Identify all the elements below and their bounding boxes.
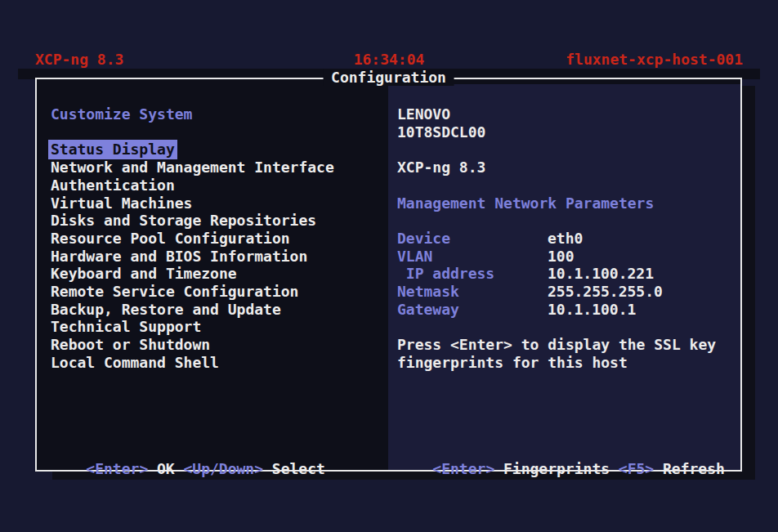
field-netmask-label: Netmask — [397, 283, 548, 301]
menu-item-network-and-management-interface[interactable]: Network and Management Interface — [51, 159, 334, 177]
dialog-title: Configuration — [323, 69, 454, 86]
key-enter-action: OK — [157, 460, 175, 478]
key-f5: <F5> — [619, 460, 654, 478]
info-key-hints: <Enter>Fingerprints<F5>Refresh — [397, 442, 725, 460]
field-netmask-value: 255.255.255.0 — [548, 283, 663, 300]
menu-key-hints: <Enter>OK<Up/Down>Select — [51, 442, 325, 460]
key-updown-action: Select — [272, 460, 325, 478]
menu-item-disks-and-storage-repositories[interactable]: Disks and Storage Repositories — [51, 212, 316, 230]
field-ip-address-value: 10.1.100.221 — [548, 265, 654, 282]
menu-item-backup-restore-and-update[interactable]: Backup, Restore and Update — [51, 301, 281, 319]
dialog-shadow-right — [740, 86, 755, 480]
menu-item-reboot-or-shutdown[interactable]: Reboot or Shutdown — [51, 336, 210, 354]
configuration-dialog: Configuration Customize System Status Di… — [35, 78, 742, 472]
field-vlan-value: 100 — [548, 248, 575, 265]
field-gateway: Gateway10.1.100.1 — [397, 301, 636, 319]
field-gateway-value: 10.1.100.1 — [548, 301, 636, 318]
key-updown: <Up/Down> — [184, 460, 264, 478]
header-hostname: fluxnet-xcp-host-001 — [566, 51, 743, 68]
menu-item-keyboard-and-timezone[interactable]: Keyboard and Timezone — [51, 265, 237, 283]
host-product-version: XCP-ng 8.3 — [397, 159, 485, 177]
host-model: 10T8SDCL00 — [397, 123, 485, 141]
key-f5-action: Refresh — [663, 460, 725, 478]
key-enter: <Enter> — [86, 460, 148, 478]
menu-item-technical-support[interactable]: Technical Support — [51, 318, 201, 336]
field-vlan-label: VLAN — [397, 248, 548, 266]
field-netmask: Netmask255.255.255.0 — [397, 283, 663, 301]
menu-item-local-command-shell[interactable]: Local Command Shell — [51, 354, 219, 372]
menu-item-virtual-machines[interactable]: Virtual Machines — [51, 194, 192, 212]
key-enter-fingerprints: <Enter> — [432, 460, 494, 478]
menu-item-hardware-and-bios-information[interactable]: Hardware and BIOS Information — [51, 248, 307, 266]
menu-item-resource-pool-configuration[interactable]: Resource Pool Configuration — [51, 230, 290, 248]
field-ip-address-label: IP address — [397, 265, 548, 283]
menu-item-authentication[interactable]: Authentication — [51, 177, 175, 194]
field-gateway-label: Gateway — [397, 301, 548, 319]
menu-heading: Customize System — [51, 105, 192, 123]
menu-item-status-display[interactable]: Status Display — [51, 141, 177, 159]
key-enter-fingerprints-action: Fingerprints — [503, 460, 610, 478]
ssl-note-line1: Press <Enter> to display the SSL key — [397, 336, 716, 354]
host-vendor: LENOVO — [397, 105, 450, 123]
field-device-value: eth0 — [548, 230, 583, 247]
field-vlan: VLAN100 — [397, 248, 575, 266]
field-device-label: Device — [397, 230, 548, 248]
menu-item-remote-service-configuration[interactable]: Remote Service Configuration — [51, 283, 298, 301]
selected-menu-item[interactable]: Status Display — [48, 140, 177, 159]
network-section-heading: Management Network Parameters — [397, 194, 654, 212]
console-screen: { "colors": { "background": "#171931", "… — [0, 0, 778, 532]
ssl-note-line2: fingerprints for this host — [397, 354, 628, 372]
field-ip-address: IP address10.1.100.221 — [397, 265, 654, 283]
field-device: Deviceeth0 — [397, 230, 583, 248]
